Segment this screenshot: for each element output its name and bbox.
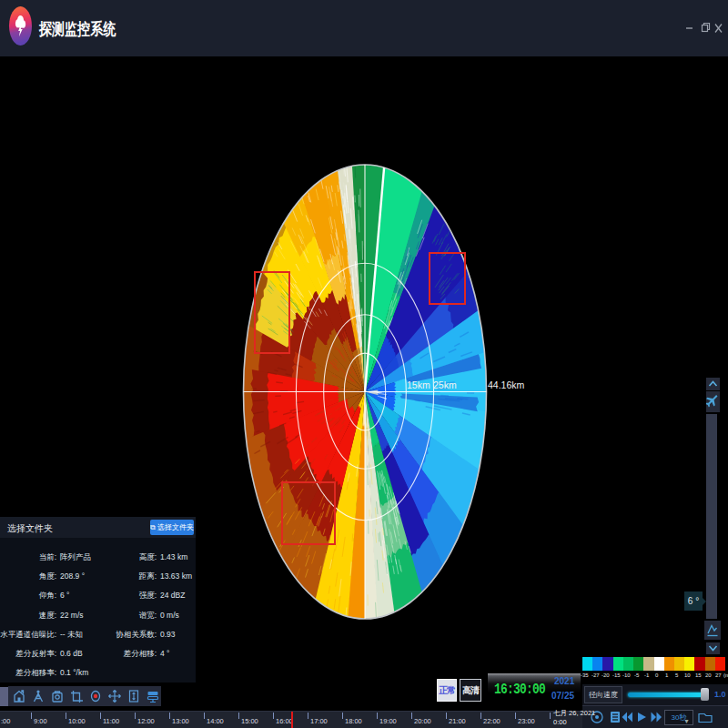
svg-text:44.16km: 44.16km	[488, 379, 525, 390]
svg-text:25km: 25km	[433, 379, 457, 390]
svg-text:15km: 15km	[407, 379, 430, 390]
